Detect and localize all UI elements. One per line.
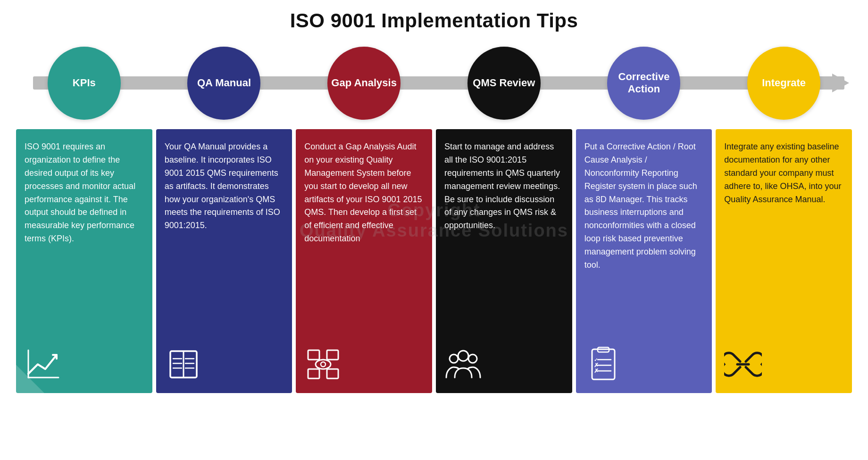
page-title: ISO 9001 Implementation Tips <box>14 9 854 32</box>
circle-integrate: Integrate <box>747 47 820 120</box>
circle-kpis: KPIs <box>48 47 121 120</box>
svg-point-15 <box>321 362 326 367</box>
svg-rect-10 <box>308 350 319 360</box>
qa-manual-card: Your QA Manual provides a baseline. It i… <box>156 129 292 393</box>
people-icon <box>444 343 564 386</box>
circle-item-qms-review: QMS Review <box>467 47 541 120</box>
circle-item-qa-manual: QA Manual <box>187 47 260 120</box>
circle-item-kpis: KPIs <box>48 47 121 120</box>
eye-scan-icon <box>304 343 424 386</box>
svg-rect-11 <box>327 350 338 360</box>
corrective-action-card: Put a Corrective Action / Root Cause Ana… <box>576 129 712 393</box>
circle-item-gap-analysis: Gap Analysis <box>327 47 401 120</box>
timeline-section: KPIsQA ManualGap AnalysisQMS ReviewCorre… <box>14 41 854 125</box>
svg-point-14 <box>316 360 331 369</box>
circle-item-corrective-action: Corrective Action <box>607 47 680 120</box>
kpis-card-text: ISO 9001 requires an organization to def… <box>25 140 144 337</box>
svg-point-16 <box>450 354 458 363</box>
svg-point-17 <box>468 354 477 363</box>
svg-text:✗: ✗ <box>594 368 599 374</box>
svg-rect-12 <box>308 369 319 378</box>
svg-point-18 <box>458 351 468 361</box>
qa-manual-card-text: Your QA Manual provides a baseline. It i… <box>165 140 284 337</box>
kpis-card: ISO 9001 requires an organization to def… <box>16 129 152 393</box>
book-icon <box>165 343 284 386</box>
cards-section: ISO 9001 requires an organization to def… <box>14 129 854 393</box>
svg-rect-13 <box>327 369 338 378</box>
gap-analysis-card: Conduct a Gap Analysis Audit on your exi… <box>296 129 432 393</box>
circle-qa-manual: QA Manual <box>187 47 260 120</box>
circles-row: KPIsQA ManualGap AnalysisQMS ReviewCorre… <box>14 41 854 125</box>
corrective-action-card-text: Put a Corrective Action / Root Cause Ana… <box>584 140 704 337</box>
circle-gap-analysis: Gap Analysis <box>327 47 401 120</box>
integrate-card-text: Integrate any existing baseline document… <box>724 140 843 337</box>
checklist-icon: ✓ ✗ ✗ <box>584 343 704 386</box>
circle-item-integrate: Integrate <box>747 47 820 120</box>
circle-corrective-action: Corrective Action <box>607 47 680 120</box>
integrate-card: Integrate any existing baseline document… <box>716 129 852 393</box>
qms-review-card: Start to manage and address all the ISO … <box>436 129 572 393</box>
qms-review-card-text: Start to manage and address all the ISO … <box>444 140 564 337</box>
links-icon <box>724 343 843 386</box>
page-wrapper: ISO 9001 Implementation Tips KPIsQA Manu… <box>0 0 868 460</box>
gap-analysis-card-text: Conduct a Gap Analysis Audit on your exi… <box>304 140 424 337</box>
circle-qms-review: QMS Review <box>467 47 541 120</box>
